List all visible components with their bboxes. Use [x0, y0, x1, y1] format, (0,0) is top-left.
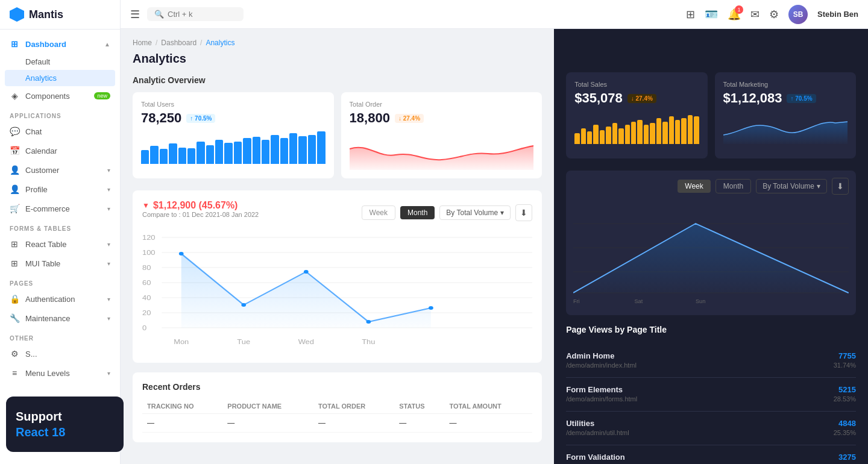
search-box[interactable]: 🔍 [147, 7, 244, 21]
week-button[interactable]: Week [362, 205, 395, 220]
sidebar-item-maintenance[interactable]: 🔧 Maintenance ▾ [0, 309, 120, 328]
sidebar-item-calendar[interactable]: 📅 Calendar [0, 141, 120, 160]
sidebar-item-chat[interactable]: 💬 Chat [0, 122, 120, 141]
page-views-title: Page Views by Page Title [566, 325, 856, 334]
stat-label-users: Total Users [141, 101, 326, 108]
stat-cards-row: Total Users 78,250 ↑ 70.5% [133, 92, 542, 178]
user-card-icon[interactable]: 🪪 [705, 8, 718, 21]
svg-text:20: 20 [142, 310, 151, 316]
stat-badge-users: ↑ 70.5% [186, 114, 215, 123]
section-analytic-overview: Analytic Overview [133, 75, 542, 85]
orders-area-chart [350, 131, 534, 170]
notification-icon[interactable]: 🔔 1 [728, 8, 741, 21]
sidebar-item-settings[interactable]: ⚙ S... [0, 344, 120, 363]
svg-text:Fri: Fri [573, 298, 580, 304]
page-view-item: Form Validation 3275 /demo/admin/validat… [566, 445, 856, 464]
gear-icon[interactable]: ⚙ [769, 8, 779, 21]
volume-select[interactable]: By Total Volume ▾ [439, 205, 511, 220]
chevron-down-icon: ▾ [107, 260, 110, 267]
nav-group-other: Other [0, 328, 120, 344]
nav-group-applications: Applications [0, 105, 120, 122]
col-total-order: TOTAL ORDER [313, 399, 394, 414]
stat-badge-sales: ↓ 27.4% [627, 94, 656, 103]
stat-card-users: Total Users 78,250 ↑ 70.5% [133, 92, 334, 178]
mail-icon[interactable]: ✉ [750, 8, 760, 21]
stat-value-marketing: $1,12,083 ↑ 70.5% [723, 90, 848, 106]
dark-month-button[interactable]: Month [715, 179, 751, 193]
sidebar-item-react-table[interactable]: ⊞ React Table ▾ [0, 234, 120, 254]
sidebar-item-customer[interactable]: 👤 Customer ▾ [0, 160, 120, 180]
stat-card-marketing: Total Marketing $1,12,083 ↑ 70.5% [715, 72, 856, 158]
menu-toggle-icon[interactable]: ☰ [130, 8, 140, 21]
chevron-down-icon: ▾ [107, 186, 110, 193]
search-icon: 🔍 [154, 10, 164, 19]
recent-orders-title: Recent Orders [142, 382, 532, 392]
income-overview-card: ▼ $1,12,900 (45.67%) Compare to : 01 Dec… [133, 190, 542, 363]
page-view-item: Form Elements 5215 /demo/admin/forms.htm… [566, 378, 856, 412]
logo-icon [10, 7, 24, 22]
chevron-down-icon: ▾ [107, 370, 110, 377]
page-title: Analytics [133, 52, 542, 66]
sidebar-item-analytics[interactable]: Analytics [5, 70, 115, 86]
stat-label-marketing: Total Marketing [723, 81, 848, 88]
stat-card-orders: Total Order 18,800 ↓ 27.4% [341, 92, 542, 178]
chevron-down-icon: ▾ [107, 315, 110, 322]
chevron-down-icon: ▾ [107, 241, 110, 248]
col-tracking: TRACKING NO [142, 399, 222, 414]
app-name: Mantis [29, 8, 63, 21]
orders-table: TRACKING NO PRODUCT NAME TOTAL ORDER STA… [142, 399, 532, 433]
svg-text:Thu: Thu [362, 339, 375, 345]
sidebar-item-ecommerce[interactable]: 🛒 E-commerce ▾ [0, 199, 120, 218]
svg-text:40: 40 [142, 295, 151, 301]
income-value: $1,12,900 (45.67%) [153, 200, 238, 211]
income-line-chart: 120 100 80 60 40 20 0 [142, 233, 532, 353]
svg-point-18 [179, 252, 184, 256]
recent-orders-card: Recent Orders TRACKING NO PRODUCT NAME T… [133, 372, 542, 442]
main-area: ☰ 🔍 ⊞ 🪪 🔔 1 ✉ ⚙ SB Stebin Ben Home / [121, 0, 868, 464]
marketing-area-chart [723, 111, 848, 150]
col-product: PRODUCT NAME [222, 399, 313, 414]
sidebar-item-authentication[interactable]: 🔒 Authentication ▾ [0, 289, 120, 309]
breadcrumb-dashboard: Dashboard [161, 39, 197, 47]
col-amount: TOTAL AMOUNT [444, 399, 532, 414]
table-row: — — — — — [142, 414, 532, 433]
sidebar-item-profile[interactable]: 👤 Profile ▾ [0, 180, 120, 199]
sidebar-item-dashboard[interactable]: ⊞ Dashboard ▲ [0, 34, 120, 54]
stat-badge-orders: ↓ 27.4% [395, 114, 424, 123]
svg-point-19 [241, 303, 246, 307]
ecommerce-icon: 🛒 [10, 204, 19, 213]
search-input[interactable] [168, 10, 228, 19]
topbar: ☰ 🔍 ⊞ 🪪 🔔 1 ✉ ⚙ SB Stebin Ben [121, 0, 868, 29]
income-compare: Compare to : 01 Dec 2021-08 Jan 2022 [142, 211, 259, 218]
dark-week-button[interactable]: Week [678, 180, 710, 193]
chat-icon: 💬 [10, 127, 19, 136]
sidebar-logo[interactable]: Mantis [0, 0, 120, 30]
dark-top-cards: Total Sales $35,078 ↓ 27.4% [566, 72, 856, 158]
nav-group-forms: Forms & Tables [0, 218, 120, 234]
breadcrumb-home: Home [133, 39, 152, 47]
sidebar-item-default[interactable]: Default [0, 54, 120, 70]
dark-chart-controls: Week Month By Total Volume ▾ ⬇ [573, 178, 849, 195]
dark-download-button[interactable]: ⬇ [832, 178, 849, 195]
svg-text:100: 100 [142, 249, 156, 256]
topbar-right: ⊞ 🪪 🔔 1 ✉ ⚙ SB Stebin Ben [686, 5, 858, 24]
auth-icon: 🔒 [10, 294, 19, 304]
dark-income-chart-card: Week Month By Total Volume ▾ ⬇ [566, 171, 856, 315]
svg-text:80: 80 [142, 265, 151, 271]
dark-volume-select[interactable]: By Total Volume ▾ [756, 179, 827, 193]
sidebar-item-components[interactable]: ◈ Components new [0, 86, 120, 105]
month-button[interactable]: Month [400, 206, 435, 219]
svg-point-20 [304, 270, 309, 274]
dashboard-icon: ⊞ [10, 39, 19, 49]
grid-icon[interactable]: ⊞ [686, 8, 695, 21]
menu-levels-icon: ≡ [10, 368, 19, 378]
svg-text:Wed: Wed [298, 339, 314, 345]
sidebar-item-menu-levels[interactable]: ≡ Menu Levels ▾ [0, 363, 120, 383]
support-react18-popup[interactable]: Support React 18 [6, 397, 124, 452]
customer-icon: 👤 [10, 165, 19, 175]
sidebar-item-mui-table[interactable]: ⊞ MUI Table ▾ [0, 254, 120, 273]
download-button[interactable]: ⬇ [515, 204, 532, 221]
svg-text:Sun: Sun [696, 298, 705, 304]
svg-text:0: 0 [142, 325, 146, 331]
user-name: Stebin Ben [817, 10, 858, 19]
